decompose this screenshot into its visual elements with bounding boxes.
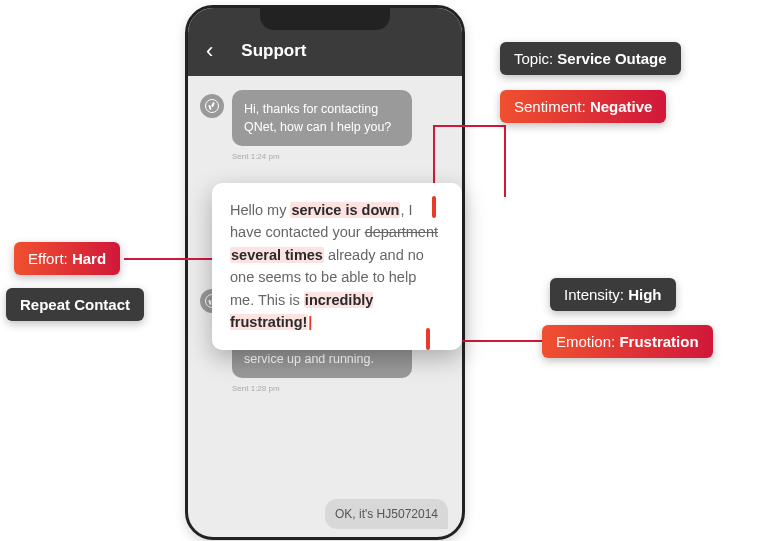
- mark-icon: |: [308, 314, 312, 330]
- agent-message: Hi, thanks for contacting QNet, how can …: [232, 90, 412, 146]
- timestamp: Sent 1:28 pm: [232, 384, 450, 393]
- analyzed-message: Hello my service is down, I have contact…: [212, 183, 462, 350]
- agent-row: Hi, thanks for contacting QNet, how can …: [200, 90, 450, 146]
- connector-line: [504, 125, 506, 197]
- highlight-topic: service is down: [290, 202, 400, 218]
- tag-effort: Effort: Hard: [14, 242, 120, 275]
- connector-line: [124, 258, 214, 260]
- phone-notch: [260, 8, 390, 30]
- refresh-icon: [205, 99, 219, 113]
- tag-emotion: Emotion: Frustration: [542, 325, 713, 358]
- timestamp: Sent 1:24 pm: [232, 152, 450, 161]
- tag-intensity: Intensity: High: [550, 278, 676, 311]
- back-icon[interactable]: ‹: [206, 38, 213, 64]
- page-title: Support: [241, 41, 306, 61]
- tag-topic: Topic: Service Outage: [500, 42, 681, 75]
- tag-repeat: Repeat Contact: [6, 288, 144, 321]
- connector-bar: [426, 328, 430, 350]
- user-message-cut: OK, it's HJ5072014: [325, 499, 448, 529]
- agent-avatar: [200, 94, 224, 118]
- connector-bar: [432, 196, 436, 218]
- connector-line: [434, 125, 506, 127]
- tag-sentiment: Sentiment: Negative: [500, 90, 666, 123]
- highlight-repeat: several times: [230, 247, 324, 263]
